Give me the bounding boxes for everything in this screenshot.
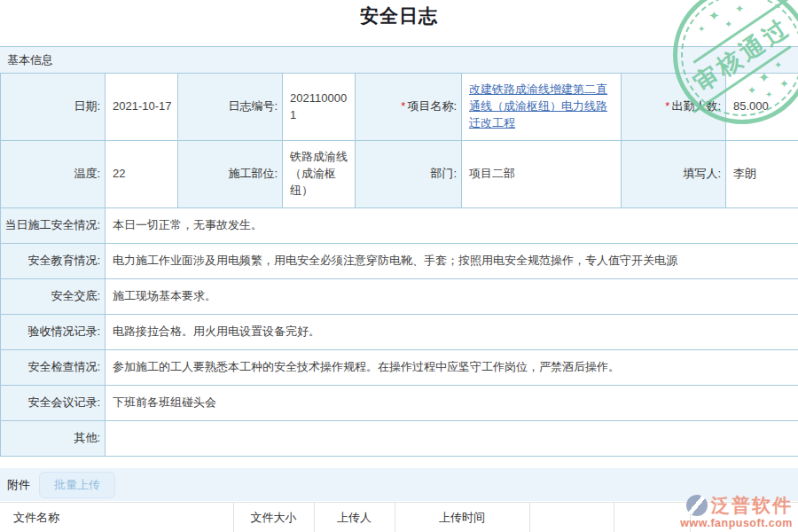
attendance-value: 85.000 (726, 74, 798, 141)
department-value: 项目二部 (462, 141, 622, 208)
daily-safety-value: 本日一切正常，无事故发生。 (106, 208, 798, 244)
table-row: 验收情况记录: 电路接拉合格。用火用电设置设备完好。 (1, 315, 798, 350)
safety-briefing-label: 安全交底: (1, 279, 106, 315)
temperature-label: 温度: (1, 141, 106, 208)
attachments-file-table: 文件名称 文件大小 上传人 上传时间 (0, 502, 798, 532)
daily-safety-label: 当日施工安全情况: (1, 208, 106, 244)
file-name-header: 文件名称 (0, 503, 233, 532)
attachments-section-header: 附件 批量上传 (0, 468, 798, 501)
safety-education-label: 安全教育情况: (1, 244, 106, 279)
writer-value: 李朗 (726, 141, 798, 208)
uploader-header: 上传人 (314, 503, 395, 532)
required-asterisk: * (401, 99, 405, 113)
other-value (106, 421, 798, 457)
safety-meeting-value: 下班前各班组碰头会 (106, 386, 798, 421)
writer-label: 填写人: (622, 141, 726, 208)
table-row: 安全教育情况: 电力施工作业面涉及用电频繁，用电安全必须注意穿防电靴、手套；按照… (1, 244, 798, 279)
batch-upload-button[interactable]: 批量上传 (39, 472, 115, 498)
file-size-header: 文件大小 (233, 503, 314, 532)
vendor-name: 泛普软件 (711, 496, 793, 514)
table-row: 安全会议记录: 下班前各班组碰头会 (1, 386, 798, 421)
vendor-branding: 泛普软件 www.fanpusoft.com (680, 495, 793, 529)
table-row: 当日施工安全情况: 本日一切正常，无事故发生。 (1, 208, 798, 244)
project-name-link[interactable]: 改建铁路成渝线增建第二直通线（成渝枢纽）电力线路迁改工程 (469, 82, 607, 129)
project-name-label: *项目名称: (356, 74, 462, 141)
attendance-label: *出勤人数: (622, 74, 726, 141)
basic-info-section-title: 基本信息 (7, 52, 53, 68)
log-number-value: 2021100001 (283, 74, 356, 141)
table-row: 安全检查情况: 参加施工的工人要熟悉本工种的安全技术操作规程。在操作过程中应坚守… (1, 350, 798, 386)
log-number-label: 日志编号: (178, 74, 283, 141)
temperature-value: 22 (106, 141, 178, 208)
safety-inspection-value: 参加施工的工人要熟悉本工种的安全技术操作规程。在操作过程中应坚守工作岗位，严禁酒… (106, 350, 798, 386)
upload-time-header: 上传时间 (395, 503, 529, 532)
fanpu-logo-icon (686, 495, 708, 516)
form-row-1: 日期: 2021-10-17 日志编号: 2021100001 *项目名称: 改… (1, 74, 798, 141)
safety-education-value: 电力施工作业面涉及用电频繁，用电安全必须注意穿防电靴、手套；按照用电安全规范操作… (106, 244, 798, 279)
construction-part-value: 铁路成渝线（成渝枢纽） (283, 141, 356, 208)
attachments-header-row: 文件名称 文件大小 上传人 上传时间 (0, 503, 798, 532)
safety-log-form-table: 日期: 2021-10-17 日志编号: 2021100001 *项目名称: 改… (0, 73, 798, 457)
empty-header (529, 503, 614, 532)
construction-part-label: 施工部位: (178, 141, 283, 208)
table-row: 其他: (1, 421, 798, 457)
table-row: 安全交底: 施工现场基本要求。 (1, 279, 798, 315)
date-value: 2021-10-17 (106, 74, 178, 141)
safety-inspection-label: 安全检查情况: (1, 350, 106, 386)
attachments-section-title: 附件 (7, 477, 30, 493)
safety-meeting-label: 安全会议记录: (1, 386, 106, 421)
project-name-cell: 改建铁路成渝线增建第二直通线（成渝枢纽）电力线路迁改工程 (462, 74, 622, 141)
safety-briefing-value: 施工现场基本要求。 (106, 279, 798, 315)
acceptance-record-label: 验收情况记录: (1, 315, 106, 350)
safety-log-page: 安全日志 基本信息 日期: 2021-10-17 日志编号: 202110000… (0, 0, 798, 532)
date-label: 日期: (1, 74, 106, 141)
other-label: 其他: (1, 421, 106, 457)
department-label: 部门: (356, 141, 462, 208)
basic-info-section-header: 基本信息 (0, 46, 798, 73)
acceptance-record-value: 电路接拉合格。用火用电设置设备完好。 (106, 315, 798, 350)
empty-header (614, 503, 690, 532)
page-title: 安全日志 (0, 4, 798, 28)
required-asterisk: * (665, 99, 669, 113)
form-row-2: 温度: 22 施工部位: 铁路成渝线（成渝枢纽） 部门: 项目二部 填写人: 李… (1, 141, 798, 208)
vendor-url: www.fanpusoft.com (680, 518, 793, 529)
